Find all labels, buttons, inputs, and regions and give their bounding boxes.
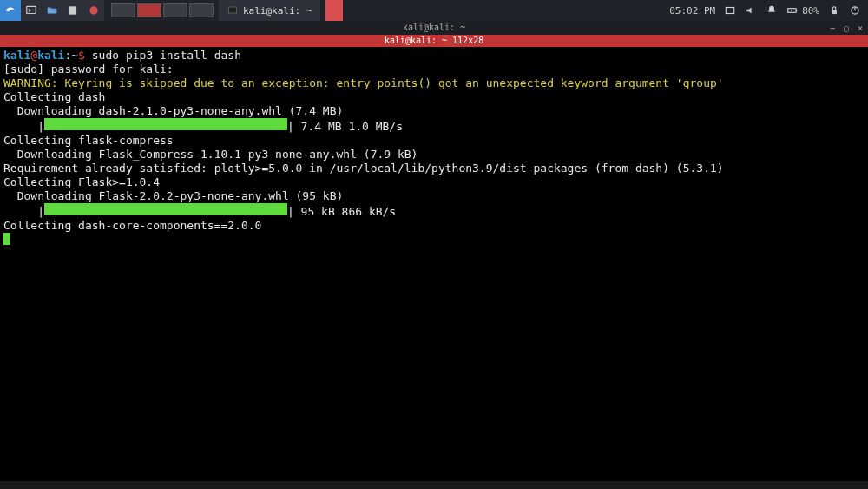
term-line: Requirement already satisfied: plotly>=5… bbox=[3, 162, 724, 175]
command-text: sudo pip3 install dash bbox=[92, 49, 241, 62]
window-maximize-button[interactable]: ▢ bbox=[842, 22, 851, 30]
workspace-2[interactable] bbox=[137, 3, 161, 17]
prompt-symbol: $ bbox=[78, 49, 92, 62]
taskbar-item-recorder[interactable] bbox=[326, 0, 343, 21]
svg-rect-6 bbox=[796, 10, 797, 11]
launcher-files[interactable] bbox=[42, 0, 62, 21]
workspace-1[interactable] bbox=[111, 3, 135, 17]
cursor bbox=[3, 233, 10, 245]
term-line: Downloading Flask-2.0.2-py3-none-any.whl… bbox=[3, 189, 343, 202]
terminal-tab[interactable]: kali@kali: ~ 112x28 bbox=[0, 35, 868, 47]
workspace-switcher[interactable] bbox=[111, 3, 214, 17]
window-titlebar[interactable]: kali@kali: ~ − ▢ × bbox=[0, 21, 868, 35]
term-line: Downloading Flask_Compress-1.10.1-py3-no… bbox=[3, 148, 418, 161]
svg-rect-1 bbox=[69, 6, 76, 14]
prompt-user: kali bbox=[3, 49, 30, 62]
terminal-tab-label: kali@kali: ~ 112x28 bbox=[385, 36, 483, 45]
terminal-icon bbox=[227, 5, 238, 16]
app-menu-button[interactable] bbox=[0, 0, 21, 21]
svg-point-2 bbox=[89, 6, 97, 14]
battery-indicator[interactable]: 80% bbox=[786, 4, 819, 17]
term-line: Downloading dash-2.1.0-py3-none-any.whl … bbox=[3, 104, 343, 117]
svg-rect-3 bbox=[229, 7, 237, 13]
panel-right: 05:02 PM 80% bbox=[669, 4, 868, 17]
workspace-3[interactable] bbox=[163, 3, 187, 17]
window-close-button[interactable]: × bbox=[856, 22, 865, 30]
svg-rect-4 bbox=[726, 8, 733, 14]
progress-pre: | bbox=[3, 120, 44, 133]
notifications-icon[interactable] bbox=[766, 4, 778, 17]
svg-rect-7 bbox=[832, 10, 837, 14]
window-title: kali@kali: ~ bbox=[403, 23, 465, 32]
term-line: Collecting dash bbox=[3, 90, 105, 103]
clock[interactable]: 05:02 PM bbox=[669, 5, 715, 17]
power-icon[interactable] bbox=[849, 4, 861, 17]
window-minimize-button[interactable]: − bbox=[828, 22, 837, 30]
folder-icon bbox=[46, 4, 58, 17]
prompt-host: kali bbox=[37, 49, 64, 62]
terminal-icon bbox=[25, 4, 37, 17]
terminal-window: kali@kali: ~ − ▢ × kali@kali: ~ 112x28 k… bbox=[0, 21, 868, 481]
browser-icon bbox=[88, 4, 100, 17]
launcher-editor[interactable] bbox=[62, 0, 83, 21]
progress-post: | 7.4 MB 1.0 MB/s bbox=[287, 120, 403, 133]
progress-bar bbox=[44, 203, 287, 215]
battery-percent: 80% bbox=[802, 5, 819, 17]
term-line: [sudo] password for kali: bbox=[3, 63, 174, 76]
volume-icon[interactable] bbox=[745, 4, 757, 17]
svg-rect-0 bbox=[27, 6, 36, 13]
prompt-sep: @ bbox=[30, 49, 37, 62]
terminal-output[interactable]: kali@kali:~$ sudo pip3 install dash [sud… bbox=[0, 47, 868, 481]
taskbar-item-terminal[interactable]: kali@kali: ~ bbox=[219, 0, 320, 21]
progress-pre: | bbox=[3, 205, 44, 218]
term-line-warning: WARNING: Keyring is skipped due to an ex… bbox=[3, 76, 724, 89]
prompt-path: :~ bbox=[64, 49, 78, 62]
task-label: kali@kali: ~ bbox=[243, 5, 312, 17]
panel-left: kali@kali: ~ bbox=[0, 0, 343, 21]
progress-post: | 95 kB 866 kB/s bbox=[287, 205, 396, 218]
workspace-4[interactable] bbox=[189, 3, 214, 17]
term-line: Collecting dash-core-components==2.0.0 bbox=[3, 219, 261, 232]
workspace-indicator-icon[interactable] bbox=[724, 4, 736, 17]
lock-icon[interactable] bbox=[828, 4, 840, 17]
top-panel: kali@kali: ~ 05:02 PM 80% bbox=[0, 0, 868, 21]
kali-icon bbox=[4, 4, 16, 17]
term-line: Collecting Flask>=1.0.4 bbox=[3, 175, 160, 188]
term-line: Collecting flask-compress bbox=[3, 134, 174, 147]
progress-bar bbox=[44, 118, 287, 130]
editor-icon bbox=[67, 4, 79, 17]
battery-charging-icon bbox=[786, 4, 799, 17]
launcher-terminal[interactable] bbox=[21, 0, 42, 21]
launcher-browser[interactable] bbox=[83, 0, 104, 21]
